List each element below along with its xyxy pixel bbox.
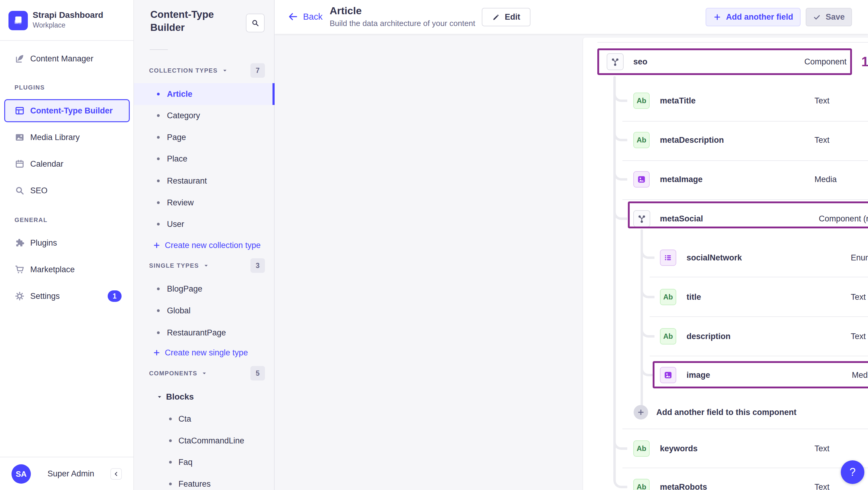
panel-item-blogpage[interactable]: BlogPage xyxy=(134,278,275,300)
sidebar-item-media-library[interactable]: Media Library xyxy=(0,126,134,148)
sidebar-item-content-type-builder[interactable]: Content-Type Builder xyxy=(4,99,130,122)
save-button[interactable]: Save xyxy=(806,8,852,26)
bullet-icon xyxy=(169,418,172,421)
panel-group-count-badge: 3 xyxy=(250,258,265,273)
bullet-icon xyxy=(157,114,160,117)
panel-item-restaurant[interactable]: Restaurant xyxy=(134,170,275,192)
strapi-logo-icon xyxy=(8,11,28,30)
sidebar-item-label: Media Library xyxy=(30,133,80,142)
media-field-icon xyxy=(660,367,676,383)
panel-item-place[interactable]: Place xyxy=(134,148,275,170)
search-button[interactable] xyxy=(246,13,265,32)
panel-item-article[interactable]: Article xyxy=(134,83,275,105)
sidebar-item-label: Marketplace xyxy=(30,265,75,274)
question-mark-icon: ? xyxy=(849,466,856,479)
sidebar-item-content-manager[interactable]: Content Manager xyxy=(0,48,134,69)
sidebar-item-label: Plugins xyxy=(30,238,57,248)
edit-button[interactable]: Edit xyxy=(482,8,530,26)
panel-group-label: COMPONENTS xyxy=(149,370,197,377)
chevron-left-icon xyxy=(113,471,120,477)
panel-item-features[interactable]: Features xyxy=(134,473,275,490)
field-row-metatitle[interactable]: AbmetaTitleText xyxy=(583,85,868,117)
sidebar-item-plugins[interactable]: Plugins xyxy=(0,232,134,254)
bullet-icon xyxy=(157,180,160,182)
fields-list-card: seoComponent1AbmetaTitleTextAbmetaDescri… xyxy=(583,37,868,490)
content-manager-icon xyxy=(14,54,25,64)
field-row-metasocial[interactable]: metaSocialComponent (repeatable) xyxy=(583,203,868,235)
panel-group-header-components[interactable]: COMPONENTS xyxy=(149,370,207,377)
create-new-link[interactable]: Create new single type xyxy=(134,343,275,362)
sidebar-item-label: Content Manager xyxy=(30,54,93,63)
field-name: metaSocial xyxy=(660,214,703,223)
panel-group-header-single-types[interactable]: SINGLE TYPES xyxy=(149,262,209,269)
row-divider xyxy=(622,160,868,161)
add-field-label: Add another field xyxy=(726,12,793,22)
row-divider xyxy=(622,121,868,122)
back-link[interactable]: Back xyxy=(288,11,322,22)
help-button[interactable]: ? xyxy=(841,460,864,484)
page-header: Back Article Build the data architecture… xyxy=(275,0,868,34)
row-divider xyxy=(650,356,868,356)
field-row-metarobots[interactable]: AbmetaRobotsText xyxy=(583,471,868,490)
bullet-icon xyxy=(169,439,172,442)
annotation-number: 1 xyxy=(861,54,868,69)
field-row-seo[interactable]: seoComponent xyxy=(583,46,868,78)
panel-item-label: Global xyxy=(167,306,190,315)
panel-item-user[interactable]: User xyxy=(134,213,275,235)
panel-group-label: COLLECTION TYPES xyxy=(149,67,218,74)
field-type: Enumeration xyxy=(851,253,868,263)
sidebar-item-seo[interactable]: SEO xyxy=(0,180,134,202)
field-name: image xyxy=(686,370,710,380)
create-new-link[interactable]: Create new collection type xyxy=(134,236,275,255)
content-type-builder-panel: Content-Type Builder COLLECTION TYPES7Ar… xyxy=(134,0,275,490)
field-name: keywords xyxy=(660,444,698,453)
field-row-metaimage[interactable]: metaImageMedia xyxy=(583,164,868,195)
panel-item-page[interactable]: Page xyxy=(134,126,275,148)
field-row-image[interactable]: imageMedia xyxy=(583,359,868,391)
text-field-icon: Ab xyxy=(633,440,650,457)
row-divider xyxy=(622,199,868,200)
field-type: Text xyxy=(814,483,830,490)
content-type-builder-icon xyxy=(14,105,25,116)
panel-item-faq[interactable]: Faq xyxy=(134,451,275,473)
add-field-to-component-button[interactable]: Add another field to this component xyxy=(583,400,868,424)
panel-item-review[interactable]: Review xyxy=(134,192,275,214)
component-field-icon xyxy=(633,210,650,227)
sidebar-item-calendar[interactable]: Calendar xyxy=(0,153,134,175)
sidebar-collapse-button[interactable] xyxy=(111,468,122,480)
add-another-field-button[interactable]: Add another field xyxy=(706,8,801,26)
component-category-blocks[interactable]: Blocks xyxy=(134,386,275,407)
panel-item-global[interactable]: Global xyxy=(134,300,275,321)
edit-label: Edit xyxy=(505,12,520,22)
panel-title: Content-Type Builder xyxy=(150,8,226,34)
field-name: seo xyxy=(633,57,648,66)
panel-group-header-collection-types[interactable]: COLLECTION TYPES xyxy=(149,67,228,74)
panel-item-label: Place xyxy=(167,154,187,164)
bullet-icon xyxy=(157,158,160,160)
row-divider xyxy=(622,429,868,429)
field-row-title[interactable]: AbtitleText xyxy=(583,281,868,313)
field-row-socialnetwork[interactable]: socialNetworkEnumeration xyxy=(583,242,868,273)
panel-item-ctacommandline[interactable]: CtaCommandLine xyxy=(134,430,275,452)
field-row-description[interactable]: AbdescriptionText xyxy=(583,320,868,352)
avatar: SA xyxy=(11,464,31,484)
panel-item-label: Faq xyxy=(179,458,193,467)
text-field-icon: Ab xyxy=(633,479,650,490)
panel-item-category[interactable]: Category xyxy=(134,105,275,126)
bullet-icon xyxy=(169,461,172,464)
bullet-icon xyxy=(157,136,160,139)
field-type: Text xyxy=(814,96,830,105)
main-area: Back Article Build the data architecture… xyxy=(275,0,868,490)
panel-item-label: CtaCommandLine xyxy=(179,436,244,446)
panel-item-label: Features xyxy=(179,480,211,489)
gear-icon xyxy=(14,291,25,301)
sidebar-item-settings[interactable]: Settings1 xyxy=(0,285,134,307)
panel-item-label: Article xyxy=(167,90,192,99)
create-new-label: Create new collection type xyxy=(165,241,261,250)
sidebar-item-marketplace[interactable]: Marketplace xyxy=(0,258,134,280)
panel-item-restaurantpage[interactable]: RestaurantPage xyxy=(134,322,275,344)
field-row-metadescription[interactable]: AbmetaDescriptionText xyxy=(583,124,868,156)
panel-item-cta[interactable]: Cta xyxy=(134,408,275,430)
field-row-keywords[interactable]: AbkeywordsText xyxy=(583,433,868,464)
page-subtitle: Build the data architecture of your cont… xyxy=(330,19,475,28)
